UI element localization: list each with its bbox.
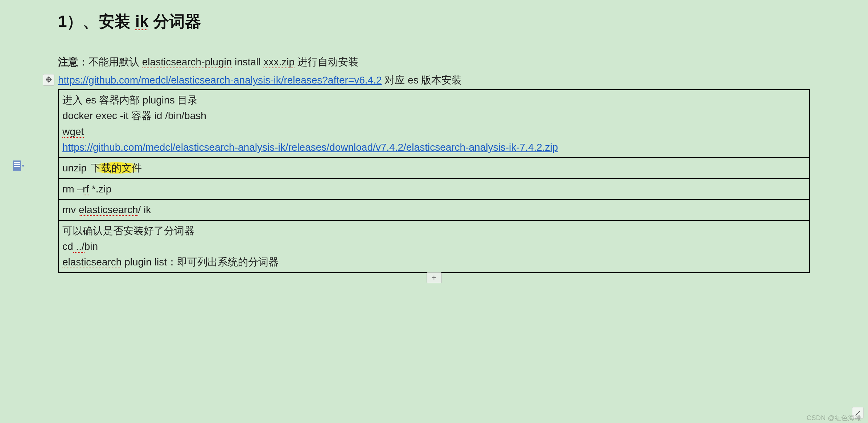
note-command: elasticsearch-plugin bbox=[142, 56, 232, 68]
row5-l3-pre: elasticsearch bbox=[62, 256, 122, 268]
plus-icon: + bbox=[432, 273, 436, 282]
note-post: 进行自动安装 bbox=[295, 56, 358, 68]
row4-pre: mv bbox=[62, 204, 79, 215]
row4-squiggle: elasticsearch bbox=[79, 204, 138, 216]
add-row-button[interactable]: + bbox=[427, 272, 442, 283]
chevron-down-icon: ▾ bbox=[22, 163, 24, 168]
note-line: 注意：不能用默认 elasticsearch-plugin install xx… bbox=[58, 54, 810, 70]
heading-suffix: 分词器 bbox=[148, 12, 201, 30]
paste-options-button[interactable]: ▾ bbox=[13, 159, 30, 172]
row1-wget: wget bbox=[62, 126, 84, 138]
row3-post: *.zip bbox=[89, 183, 111, 195]
link-row: ✥ https://github.com/medcl/elasticsearch… bbox=[58, 73, 810, 87]
table-move-handle-icon[interactable]: ✥ bbox=[43, 74, 54, 86]
row2-pre: unzip bbox=[62, 162, 90, 174]
row5-l2-sq: ../ bbox=[73, 241, 85, 253]
row5-l3-mid: plugin list：即可列出系统的分词器 bbox=[122, 256, 279, 268]
row5-l2-pre: cd bbox=[62, 241, 73, 252]
table-row[interactable]: unzip 下载的文件 bbox=[58, 158, 810, 178]
row1-line1: 进入 es 容器内部 plugins 目录 bbox=[62, 92, 806, 108]
section-heading: 1）、安装 ik 分词器 bbox=[58, 11, 810, 32]
instruction-table: 进入 es 容器内部 plugins 目录 docker exec -it 容器… bbox=[58, 89, 810, 273]
table-row[interactable]: rm –rf *.zip bbox=[58, 179, 810, 199]
row3-squiggle: rf bbox=[83, 183, 89, 195]
row5-line1: 可以确认是否安装好了分词器 bbox=[62, 223, 806, 239]
link-tail-text: 对应 es 版本安装 bbox=[382, 74, 462, 86]
note-pre: 不能用默认 bbox=[89, 56, 142, 68]
heading-prefix: 1）、安装 bbox=[58, 12, 135, 30]
note-label: 注意： bbox=[58, 56, 89, 68]
note-mid: install bbox=[232, 56, 263, 68]
row3-pre: rm – bbox=[62, 183, 83, 195]
table-row[interactable]: 进入 es 容器内部 plugins 目录 docker exec -it 容器… bbox=[58, 90, 810, 158]
download-link[interactable]: https://github.com/medcl/elasticsearch-a… bbox=[62, 142, 558, 153]
note-file: xxx.zip bbox=[263, 56, 295, 68]
row2-highlight: 下载的文件 bbox=[90, 162, 143, 174]
heading-squiggle-word: ik bbox=[135, 13, 149, 30]
table-row[interactable]: mv elasticsearch/ ik bbox=[58, 199, 810, 220]
table-row[interactable]: 可以确认是否安装好了分词器 cd ../bin elasticsearch pl… bbox=[58, 220, 810, 273]
watermark-text: CSDN @红色海滩 bbox=[807, 414, 861, 422]
releases-link[interactable]: https://github.com/medcl/elasticsearch-a… bbox=[58, 74, 382, 86]
row5-l2-post: bin bbox=[85, 241, 98, 252]
clipboard-icon bbox=[13, 160, 21, 171]
row4-post: / ik bbox=[138, 204, 151, 215]
document-page: 1）、安装 ik 分词器 注意：不能用默认 elasticsearch-plug… bbox=[0, 0, 868, 288]
row1-line2: docker exec -it 容器 id /bin/bash bbox=[62, 108, 806, 123]
